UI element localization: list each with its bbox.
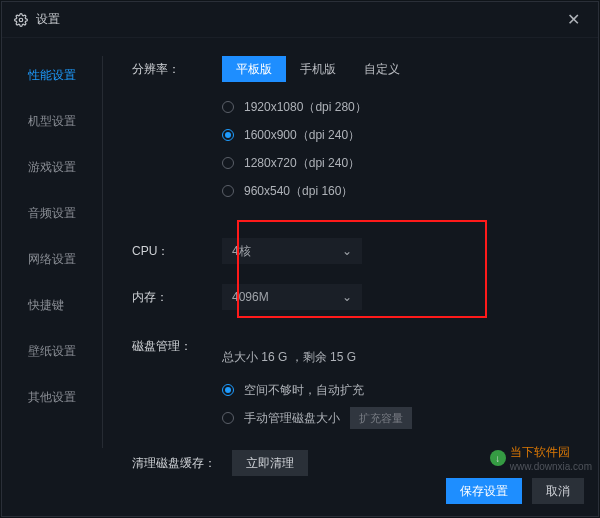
body: 性能设置 机型设置 游戏设置 音频设置 网络设置 快捷键 壁纸设置 其他设置 分… — [2, 38, 598, 516]
cpu-select[interactable]: 4核 ⌄ — [222, 238, 362, 264]
resolution-option[interactable]: 960x540（dpi 160） — [222, 178, 568, 204]
cpu-value: 4核 — [232, 243, 251, 260]
resolution-option[interactable]: 1920x1080（dpi 280） — [222, 94, 568, 120]
cpu-row: CPU： 4核 ⌄ — [132, 238, 568, 264]
cancel-button[interactable]: 取消 — [532, 478, 584, 504]
radio-icon[interactable] — [222, 157, 234, 169]
content: 分辨率： 平板版 手机版 自定义 1920x1080（dpi 280） 1600… — [102, 38, 598, 516]
chevron-down-icon: ⌄ — [342, 244, 352, 258]
close-icon[interactable]: ✕ — [561, 10, 586, 29]
tab-phone[interactable]: 手机版 — [286, 56, 350, 82]
resolution-option[interactable]: 1600x900（dpi 240） — [222, 122, 568, 148]
sidebar-item-audio[interactable]: 音频设置 — [2, 190, 102, 236]
disk-info: 总大小 16 G ，剩余 15 G — [222, 349, 568, 366]
disk-mode-options: 空间不够时，自动扩充 手动管理磁盘大小扩充容量 — [222, 376, 568, 432]
disk-mode-manual[interactable]: 手动管理磁盘大小扩充容量 — [222, 404, 568, 432]
gear-icon — [14, 13, 28, 27]
tab-custom[interactable]: 自定义 — [350, 56, 414, 82]
sidebar-item-network[interactable]: 网络设置 — [2, 236, 102, 282]
memory-value: 4096M — [232, 290, 269, 304]
titlebar: 设置 ✕ — [2, 2, 598, 38]
sidebar-item-other[interactable]: 其他设置 — [2, 374, 102, 420]
memory-row: 内存： 4096M ⌄ — [132, 284, 568, 310]
watermark: ↓ 当下软件园 www.downxia.com — [490, 444, 592, 472]
sidebar-item-game[interactable]: 游戏设置 — [2, 144, 102, 190]
expand-button: 扩充容量 — [350, 407, 412, 429]
sidebar-item-model[interactable]: 机型设置 — [2, 98, 102, 144]
radio-icon[interactable] — [222, 412, 234, 424]
resolution-row: 分辨率： 平板版 手机版 自定义 — [132, 56, 568, 82]
radio-icon[interactable] — [222, 185, 234, 197]
watermark-url: www.downxia.com — [510, 461, 592, 472]
settings-window: 设置 ✕ 性能设置 机型设置 游戏设置 音频设置 网络设置 快捷键 壁纸设置 其… — [1, 1, 599, 517]
memory-select[interactable]: 4096M ⌄ — [222, 284, 362, 310]
sidebar-item-performance[interactable]: 性能设置 — [2, 52, 102, 98]
watermark-badge-icon: ↓ — [490, 450, 506, 466]
chevron-down-icon: ⌄ — [342, 290, 352, 304]
divider — [102, 56, 103, 448]
cpu-label: CPU： — [132, 243, 222, 260]
disk-label: 磁盘管理： — [132, 338, 222, 355]
watermark-name: 当下软件园 — [510, 444, 592, 461]
radio-icon[interactable] — [222, 129, 234, 141]
disk-mode-auto[interactable]: 空间不够时，自动扩充 — [222, 376, 568, 404]
disk-block: 磁盘管理： 总大小 16 G ，剩余 15 G 空间不够时，自动扩充 手动管理磁… — [132, 338, 568, 432]
resolution-option[interactable]: 1280x720（dpi 240） — [222, 150, 568, 176]
radio-icon[interactable] — [222, 101, 234, 113]
resolution-options: 1920x1080（dpi 280） 1600x900（dpi 240） 128… — [222, 94, 568, 204]
resolution-tabs: 平板版 手机版 自定义 — [222, 56, 414, 82]
sidebar: 性能设置 机型设置 游戏设置 音频设置 网络设置 快捷键 壁纸设置 其他设置 — [2, 38, 102, 516]
sidebar-item-shortcut[interactable]: 快捷键 — [2, 282, 102, 328]
resolution-label: 分辨率： — [132, 61, 222, 78]
window-title: 设置 — [36, 11, 561, 28]
footer: 保存设置 取消 — [446, 478, 584, 504]
save-button[interactable]: 保存设置 — [446, 478, 522, 504]
svg-point-0 — [19, 18, 23, 22]
tab-tablet[interactable]: 平板版 — [222, 56, 286, 82]
sidebar-item-wallpaper[interactable]: 壁纸设置 — [2, 328, 102, 374]
cache-label: 清理磁盘缓存： — [132, 455, 232, 472]
radio-icon[interactable] — [222, 384, 234, 396]
clean-button[interactable]: 立即清理 — [232, 450, 308, 476]
memory-label: 内存： — [132, 289, 222, 306]
